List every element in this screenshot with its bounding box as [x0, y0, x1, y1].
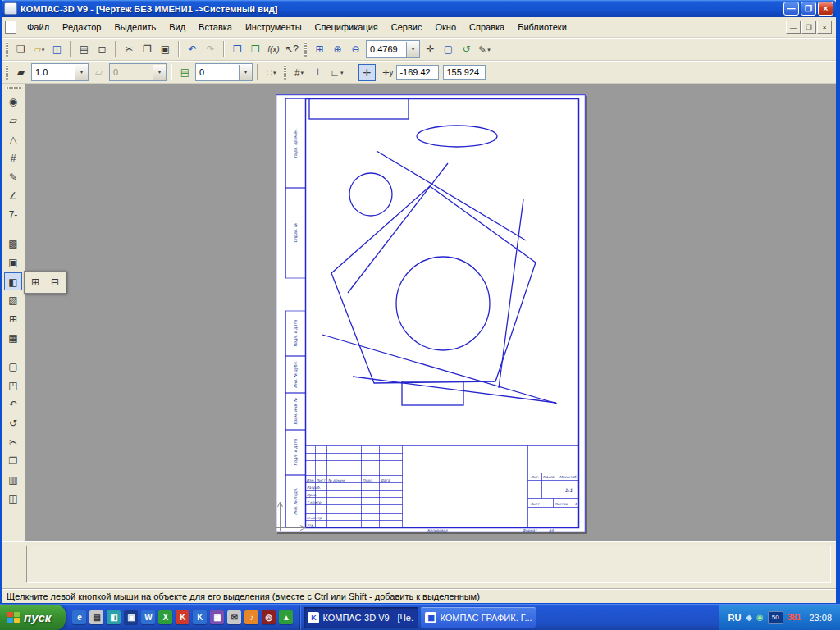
close-button[interactable]: × [818, 2, 833, 16]
line-shape[interactable] [348, 163, 448, 293]
tool-shape[interactable]: ▱ [4, 112, 22, 130]
rect-shape[interactable] [402, 381, 463, 405]
kompas-doc-icon[interactable]: K [193, 610, 207, 624]
copy-button[interactable]: ❐ [139, 41, 156, 58]
layers-button[interactable]: ▤ [176, 64, 194, 81]
task-kompas-grafik[interactable]: ▦ КОМПАС ГРАФИК. Г... [421, 607, 536, 628]
show-desktop-icon[interactable]: ▤ [89, 610, 103, 624]
grid-button[interactable]: # [290, 64, 308, 81]
tray-badge[interactable]: 50 [768, 611, 783, 624]
menu-item[interactable]: Редактор [56, 20, 107, 34]
new-document-button[interactable]: ❏ [12, 41, 30, 58]
mdi-restore-button[interactable]: ❐ [801, 21, 816, 34]
menu-item[interactable]: Библиотеки [511, 20, 573, 34]
zoom-area-button[interactable]: ⊞ [311, 41, 328, 58]
ie-icon[interactable]: e [72, 610, 86, 624]
tool-undo-local[interactable]: ↶ [4, 395, 22, 413]
style-combo[interactable]: 1.0 ▾ [31, 63, 89, 81]
print-preview-button[interactable]: ◻ [94, 41, 111, 58]
tray-icon-shield[interactable]: ◆ [746, 613, 752, 622]
mdi-close-button[interactable]: × [817, 21, 832, 34]
menu-item[interactable]: Инструменты [239, 20, 308, 34]
drawing-canvas[interactable]: Перв. примен. Справ. № Подп. и дата Инв.… [25, 84, 836, 541]
spec-manager-button[interactable]: ❒ [229, 41, 246, 58]
menu-item[interactable]: Справка [463, 20, 511, 34]
coordinate-x-input[interactable] [396, 65, 439, 80]
mdi-minimize-button[interactable]: — [786, 21, 801, 34]
mail-icon[interactable]: ✉ [227, 610, 241, 624]
maximize-button[interactable]: ❐ [801, 2, 816, 16]
chevron-down-icon[interactable]: ▾ [239, 65, 252, 80]
media-icon[interactable]: ◧ [107, 610, 121, 624]
drawing-objects[interactable] [309, 98, 557, 405]
menu-item[interactable]: Файл [21, 20, 56, 34]
zoom-out-button[interactable]: ⊖ [347, 41, 364, 58]
tool-trim[interactable]: ✂ [4, 433, 22, 451]
redraw-button[interactable]: ✎ [476, 41, 493, 58]
tool-report[interactable]: ▦ [4, 329, 22, 347]
circle-shape[interactable] [349, 173, 392, 216]
grid-app-icon[interactable]: ▦ [210, 610, 224, 624]
fit-page-button[interactable]: ▢ [440, 41, 457, 58]
toolbar-grip[interactable] [304, 42, 307, 57]
redo-button[interactable]: ↷ [202, 41, 219, 58]
tray-counter[interactable]: 381 [788, 613, 801, 622]
minimize-button[interactable]: — [783, 2, 799, 16]
line-style-button[interactable]: ▰ [12, 64, 30, 81]
tool-table[interactable]: ⊞ [4, 310, 22, 328]
layer-combo[interactable]: 0 ▾ [195, 63, 253, 81]
toolbar-grip[interactable] [284, 65, 286, 80]
drawing-sheet[interactable]: Перв. примен. Справ. № Подп. и дата Инв.… [276, 94, 586, 532]
chevron-down-icon[interactable]: ▾ [75, 65, 88, 80]
circle-shape[interactable] [396, 257, 490, 350]
menu-item[interactable]: Спецификация [308, 20, 385, 34]
zoom-combo[interactable]: 0.4769 ▾ [366, 40, 420, 58]
chevron-down-icon[interactable]: ▾ [406, 42, 419, 57]
toolbar-grip[interactable] [6, 87, 21, 89]
undo-button[interactable]: ↶ [184, 41, 201, 58]
variables-button[interactable]: f(x) [265, 41, 282, 58]
language-indicator[interactable]: RU [728, 613, 741, 623]
snap-toggle-button[interactable]: ✛ [358, 64, 376, 81]
paste-button[interactable]: ▣ [157, 41, 174, 58]
app-icon-2[interactable]: ▲ [279, 610, 293, 624]
start-button[interactable]: пуск [0, 605, 66, 630]
flyout-view-button[interactable]: ⊞ [26, 273, 44, 291]
tool-copy-object[interactable]: ❐ [4, 452, 22, 470]
tool-select-frame[interactable]: ▢ [4, 358, 22, 376]
tool-curve[interactable]: △ [4, 130, 22, 148]
app-icon-1[interactable]: ◎ [262, 610, 276, 624]
context-help-button[interactable]: ↖? [283, 41, 300, 58]
word-icon[interactable]: W [141, 610, 155, 624]
player-icon[interactable]: ♪ [244, 610, 258, 624]
tool-insert-fragment[interactable]: ▨ [4, 291, 22, 309]
tool-angle[interactable]: ∠ [4, 187, 22, 205]
line-shape[interactable] [353, 377, 556, 403]
local-csys-button[interactable]: ∟ [328, 64, 345, 81]
print-button[interactable]: ▤ [75, 41, 93, 58]
line-shape[interactable] [322, 335, 557, 404]
toolbar-grip[interactable] [6, 65, 8, 80]
task-kompas-3d[interactable]: K КОМПАС-3D V9 - [Че... [304, 607, 418, 628]
rect-shape[interactable] [309, 98, 409, 119]
tool-zoom[interactable]: ◉ [4, 93, 22, 111]
tool-measure[interactable]: 7- [4, 206, 22, 224]
cut-button[interactable]: ✂ [121, 41, 138, 58]
tool-insert-view[interactable]: ◧ [4, 272, 22, 290]
library-manager-button[interactable]: ❒ [247, 41, 264, 58]
tool-view-manager[interactable]: ▩ [4, 235, 22, 253]
tool-pencil[interactable]: ✎ [4, 168, 22, 186]
refresh-button[interactable]: ↺ [458, 41, 475, 58]
drawing-sheet-svg[interactable]: Перв. примен. Справ. № Подп. и дата Инв.… [276, 94, 586, 532]
polygon-shape[interactable] [331, 186, 536, 383]
kompas-icon[interactable]: K [176, 610, 189, 624]
menu-item[interactable]: Окно [428, 20, 463, 34]
style-filter-button[interactable]: ▱ [90, 64, 107, 81]
tool-fragment[interactable]: ▣ [4, 253, 22, 272]
ellipse-shape[interactable] [417, 126, 497, 147]
tool-grid[interactable]: # [4, 149, 22, 167]
tray-icon-status[interactable]: ◉ [756, 613, 764, 622]
tool-mirror[interactable]: ◫ [4, 490, 22, 508]
snap-points-button[interactable]: ∷ [262, 64, 280, 81]
tool-select-region[interactable]: ◰ [4, 377, 22, 395]
